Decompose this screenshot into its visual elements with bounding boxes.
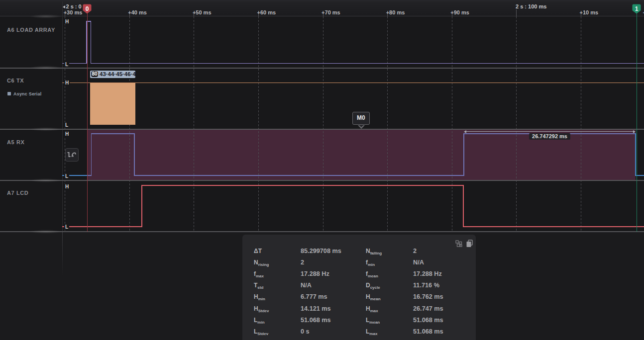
- svg-text:0: 0: [86, 5, 89, 12]
- svg-text:1: 1: [635, 5, 639, 12]
